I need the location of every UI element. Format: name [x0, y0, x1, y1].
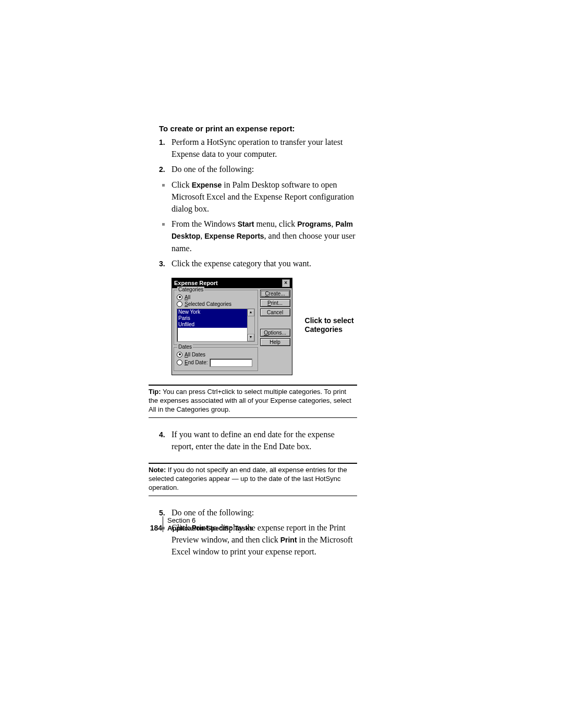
dialog-button-column: Create... Print... Cancel Options... Hel…: [260, 290, 290, 373]
radio-end-date[interactable]: End Date:: [177, 359, 255, 367]
categories-listbox[interactable]: New York Paris Unfiled ▴ ▾: [177, 309, 255, 342]
step-4-text: If you want to define an end date for th…: [172, 430, 335, 451]
radio-all-dates[interactable]: All Dates: [177, 352, 255, 357]
radio-icon: [177, 352, 182, 357]
radio-icon: [177, 294, 182, 300]
dates-group: Dates All Dates End Date:: [174, 347, 258, 371]
scroll-up-icon[interactable]: ▴: [248, 309, 254, 316]
dialog-title: Expense Report: [174, 280, 218, 286]
step-2-text: Do one of the following:: [172, 165, 254, 174]
dates-label: Dates: [177, 344, 193, 350]
tip-label: Tip:: [149, 388, 161, 396]
step-3: 3.Click the expense category that you wa…: [159, 257, 357, 269]
list-item[interactable]: Paris: [177, 315, 247, 322]
ordered-steps: 1.Perform a HotSync operation to transfe…: [149, 136, 357, 176]
step-2b: From the Windows Start menu, click Progr…: [159, 218, 357, 254]
tip-box: Tip: You can press Ctrl+click to select …: [149, 385, 357, 418]
step-2a: Click Expense in Palm Desktop software t…: [159, 179, 357, 215]
footer-section: Section 6: [163, 516, 253, 524]
step-1-text: Perform a HotSync operation to transfer …: [172, 138, 342, 158]
dialog-left-pane: Categories All Selected Categories New Y…: [174, 290, 258, 373]
note-label: Note:: [149, 466, 166, 474]
categories-group: Categories All Selected Categories New Y…: [174, 290, 258, 345]
categories-label: Categories: [177, 287, 204, 292]
options-button[interactable]: Options...: [260, 329, 290, 337]
page: To create or print an expense report: 1.…: [0, 0, 563, 728]
figure-callout: Click to select Categories: [305, 316, 357, 375]
radio-icon: [177, 360, 182, 365]
page-number: 184: [143, 524, 164, 532]
list-item[interactable]: Unfiled: [177, 322, 247, 328]
radio-icon: [177, 301, 182, 307]
step-2-sublist: Click Expense in Palm Desktop software t…: [149, 179, 357, 254]
section-heading: To create or print an expense report:: [159, 124, 357, 133]
page-footer: Section 6 Application-Specific Tasks 184: [143, 516, 253, 532]
cancel-button[interactable]: Cancel: [260, 309, 290, 316]
list-items: New York Paris Unfiled: [177, 309, 247, 341]
step-2: 2.Do one of the following:: [159, 163, 357, 175]
ordered-steps-cont2: 4.If you want to define an end date for …: [149, 428, 357, 452]
tip-text: You can press Ctrl+click to select multi…: [149, 388, 351, 413]
figure: Expense Report × Categories All Selected…: [172, 278, 357, 375]
note-text: If you do not specify an end date, all e…: [149, 466, 347, 491]
footer-chapter: Application-Specific Tasks: [163, 524, 253, 532]
end-date-field[interactable]: [210, 359, 252, 367]
print-button[interactable]: Print...: [260, 299, 290, 307]
radio-all[interactable]: All: [177, 294, 255, 300]
step-3-text: Click the expense category that you want…: [172, 259, 311, 268]
step-4: 4.If you want to define an end date for …: [159, 428, 357, 452]
expense-report-dialog: Expense Report × Categories All Selected…: [172, 278, 292, 375]
scroll-down-icon[interactable]: ▾: [248, 334, 254, 341]
ordered-steps-cont1: 3.Click the expense category that you wa…: [149, 257, 357, 269]
radio-selected-categories[interactable]: Selected Categories: [177, 301, 255, 307]
list-item[interactable]: New York: [177, 309, 247, 315]
step-1: 1.Perform a HotSync operation to transfe…: [159, 136, 357, 160]
close-icon[interactable]: ×: [282, 279, 290, 287]
help-button[interactable]: Help: [260, 338, 290, 346]
step-5-text: Do one of the following:: [172, 508, 254, 517]
dialog-body: Categories All Selected Categories New Y…: [172, 288, 292, 375]
scrollbar[interactable]: ▴ ▾: [247, 309, 254, 341]
create-button[interactable]: Create...: [260, 290, 290, 298]
note-box: Note: If you do not specify an end date,…: [149, 463, 357, 496]
